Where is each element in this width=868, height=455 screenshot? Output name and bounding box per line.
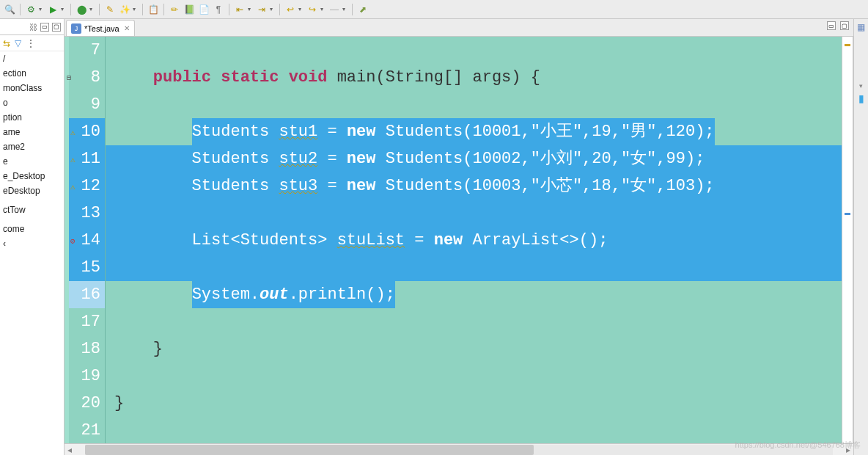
- ruler-mark: [845, 213, 850, 215]
- gutter-line[interactable]: 16: [69, 281, 105, 308]
- wand-drop[interactable]: ▾: [133, 6, 139, 12]
- code-line: Students stu1 = new Students(10001,"小王",…: [106, 118, 842, 145]
- scroll-right-icon[interactable]: ▸: [843, 445, 853, 455]
- tree-item[interactable]: ‹: [0, 236, 64, 251]
- tree-item[interactable]: come: [0, 222, 64, 236]
- gutter-line[interactable]: ⚠11: [69, 145, 105, 172]
- code-line: [106, 417, 842, 443]
- marker-icon[interactable]: ▮: [858, 92, 864, 104]
- nav-dash-drop[interactable]: ▾: [342, 6, 348, 12]
- chevron-down-icon[interactable]: ▾: [859, 82, 863, 90]
- tree-item[interactable]: monClass: [0, 81, 64, 95]
- nav-fwd-drop[interactable]: ▾: [320, 6, 326, 12]
- pilcrow-icon[interactable]: ¶: [212, 3, 225, 16]
- tree-item[interactable]: ption: [0, 110, 64, 125]
- tree-item[interactable]: /: [0, 51, 64, 66]
- gutter-line[interactable]: ⊘14: [69, 227, 105, 254]
- gutter-line[interactable]: 13: [69, 200, 105, 227]
- link-icon[interactable]: ⛓: [29, 23, 37, 32]
- code-line: [106, 37, 842, 64]
- code-line: [106, 200, 842, 227]
- fold-icon[interactable]: ⊟: [67, 73, 71, 82]
- book-icon[interactable]: 📗: [183, 3, 196, 16]
- maximize-icon[interactable]: ▢: [52, 23, 61, 32]
- main-row: ⛓ ▭ ▢ ⇆ ▽ ⋮ / ection monClass o ption am…: [0, 19, 868, 455]
- external-icon[interactable]: ⬈: [356, 3, 369, 16]
- package-explorer: ⛓ ▭ ▢ ⇆ ▽ ⋮ / ection monClass o ption am…: [0, 19, 65, 455]
- search-icon[interactable]: 🔍: [3, 3, 16, 16]
- gutter-line[interactable]: 21: [69, 417, 105, 443]
- scroll-thumb[interactable]: [85, 445, 534, 455]
- gutter-line[interactable]: 7: [69, 37, 105, 64]
- close-icon[interactable]: ✕: [124, 24, 130, 32]
- code-line: [106, 254, 842, 281]
- tree-item[interactable]: ctTow: [0, 203, 64, 217]
- tree-item[interactable]: e: [0, 154, 64, 169]
- gutter: 7 ⊟8 9 ⚠10 ⚠11 ⚠12 13 ⊘14 15 16 17 18 19…: [69, 37, 106, 443]
- nav-back-drop[interactable]: ▾: [298, 6, 304, 12]
- paste-icon[interactable]: 📄: [197, 3, 210, 16]
- sep: [163, 4, 164, 15]
- code-body[interactable]: public static void main(String[] args) {…: [106, 37, 842, 443]
- minimize-icon[interactable]: ▭: [827, 21, 836, 30]
- tab-bar: J *Test.java ✕ ▭ ▢: [65, 19, 853, 37]
- warning-icon: ⚠: [70, 182, 79, 191]
- gutter-line[interactable]: 17: [69, 308, 105, 335]
- tree-item[interactable]: ame2: [0, 139, 64, 154]
- tree-item[interactable]: eDesktop: [0, 183, 64, 198]
- tree-item[interactable]: ame: [0, 125, 64, 139]
- overview-ruler[interactable]: [842, 37, 853, 443]
- tab-test-java[interactable]: J *Test.java ✕: [66, 20, 135, 36]
- sep: [352, 4, 353, 15]
- gutter-line[interactable]: ⚠12: [69, 172, 105, 200]
- maximize-icon[interactable]: ▢: [840, 21, 849, 30]
- wand-icon[interactable]: ✨: [118, 3, 131, 16]
- gutter-line[interactable]: ⚠10: [69, 118, 105, 145]
- gutter-line[interactable]: 15: [69, 254, 105, 281]
- pencil-icon[interactable]: ✏: [168, 3, 181, 16]
- debug-icon[interactable]: ⚙: [24, 3, 37, 16]
- shift-left-drop[interactable]: ▾: [248, 6, 254, 12]
- gutter-line[interactable]: 20: [69, 390, 105, 417]
- tree-item[interactable]: ection: [0, 66, 64, 81]
- collapse-icon[interactable]: ⇆: [3, 38, 10, 48]
- run-icon[interactable]: ▶: [46, 3, 59, 16]
- shift-right-icon[interactable]: ⇥: [255, 3, 268, 16]
- code-line: [106, 363, 842, 390]
- right-trim: ▦ ▾ ▮: [853, 19, 868, 455]
- task-icon[interactable]: 📋: [147, 3, 160, 16]
- shift-right-drop[interactable]: ▾: [270, 6, 276, 12]
- gutter-line[interactable]: ⊟8: [69, 64, 105, 91]
- tab-controls: ▭ ▢: [827, 21, 849, 30]
- nav-fwd-icon[interactable]: ↪: [306, 3, 319, 16]
- outline-icon[interactable]: ▦: [857, 22, 865, 32]
- code-line: [106, 91, 842, 118]
- scroll-track[interactable]: [85, 445, 833, 455]
- gutter-line[interactable]: 19: [69, 363, 105, 390]
- code-line: Students stu2 = new Students(10002,"小刘",…: [106, 145, 842, 172]
- gutter-line[interactable]: 9: [69, 91, 105, 118]
- error-icon: ⊘: [70, 236, 79, 245]
- tab-label: *Test.java: [84, 24, 119, 33]
- gutter-line[interactable]: 18: [69, 335, 105, 363]
- menu-icon[interactable]: ⋮: [26, 37, 36, 49]
- tree-item[interactable]: e_Desktop: [0, 169, 64, 183]
- nav-back-icon[interactable]: ↩: [284, 3, 297, 16]
- scroll-left-icon[interactable]: ◂: [65, 445, 75, 455]
- shift-left-icon[interactable]: ⇤: [233, 3, 246, 16]
- run-drop[interactable]: ▾: [61, 6, 67, 12]
- code-area[interactable]: 7 ⊟8 9 ⚠10 ⚠11 ⚠12 13 ⊘14 15 16 17 18 19…: [65, 37, 853, 443]
- h-scrollbar[interactable]: ◂ ▸: [65, 443, 853, 455]
- minimize-icon[interactable]: ▭: [40, 23, 49, 32]
- java-file-icon: J: [71, 23, 81, 34]
- sep: [20, 4, 21, 15]
- new-icon[interactable]: ⬤: [75, 3, 88, 16]
- nav-dash-icon[interactable]: —: [328, 3, 341, 16]
- filter-icon[interactable]: ▽: [15, 38, 21, 48]
- new-drop[interactable]: ▾: [89, 6, 95, 12]
- debug-drop[interactable]: ▾: [39, 6, 45, 12]
- warning-icon: ⚠: [70, 128, 79, 136]
- ruler-mark: [845, 44, 850, 46]
- brush-icon[interactable]: ✎: [103, 3, 117, 16]
- tree-item[interactable]: o: [0, 95, 64, 110]
